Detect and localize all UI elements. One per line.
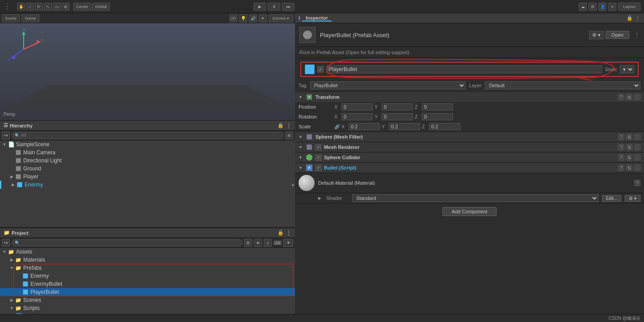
global-toggle[interactable]: Global <box>92 3 110 11</box>
tool-transform[interactable]: ⊕ <box>62 3 70 11</box>
project-enermy-prefab[interactable]: Enermy <box>0 272 295 280</box>
rotation-y-input[interactable] <box>382 113 413 120</box>
project-icon-search[interactable]: ⊞ <box>244 239 252 247</box>
hierarchy-filter-btn[interactable]: ⊞ <box>285 131 293 140</box>
hierarchy-add-btn[interactable]: +▾ <box>2 131 10 140</box>
rotation-x-input[interactable] <box>341 113 373 120</box>
sphere-collider-expand[interactable]: ▼ <box>299 155 303 160</box>
gameobject-active-checkbox[interactable]: ✓ <box>317 66 324 72</box>
scene-gizmos-toggle[interactable]: Gizmos ▾ <box>269 14 293 22</box>
scene-menu[interactable]: ⋮ <box>291 142 295 147</box>
scene-2d-toggle[interactable]: 2D <box>229 14 237 22</box>
game-tab[interactable]: Game <box>21 14 39 22</box>
transform-menu-btn[interactable]: ⋮ <box>634 94 640 100</box>
hierarchy-item-player[interactable]: ▶ Player <box>0 173 295 181</box>
project-playerbullet-prefab[interactable]: PlayerBullet <box>0 288 295 296</box>
sphere-collider-settings-btn[interactable]: ⇅ <box>626 154 632 161</box>
hierarchy-menu-btn[interactable]: ⋮ <box>286 122 291 129</box>
preset-button[interactable]: ⚙ ▾ <box>589 31 604 39</box>
shader-dropdown[interactable]: Standard <box>352 194 598 202</box>
services-button[interactable]: ⚙ <box>589 3 597 11</box>
scene-audio-toggle[interactable]: 🔊 <box>249 14 257 22</box>
inspector-lock-btn[interactable]: 🔒 <box>627 15 633 21</box>
play-button[interactable]: ▶ <box>253 3 266 11</box>
transform-help-btn[interactable]: ? <box>618 94 624 100</box>
mesh-renderer-checkbox[interactable]: ✓ <box>316 144 321 150</box>
prefab-menu-btn[interactable]: ⋮ <box>634 31 640 38</box>
hierarchy-item-maincamera[interactable]: Main Camera <box>0 148 295 157</box>
tag-dropdown[interactable]: PlayrBullet <box>310 81 466 89</box>
scale-lock-icon[interactable]: 🔗 <box>334 124 341 129</box>
project-materials[interactable]: ▶ 📁 Materials <box>0 256 295 264</box>
project-search[interactable]: 🔍 <box>12 239 242 246</box>
enermy-expand-arrow[interactable]: ▶ <box>292 182 295 187</box>
scene-lighting-toggle[interactable]: 💡 <box>239 14 247 22</box>
bullet-script-menu-btn[interactable]: ⋮ <box>634 165 640 171</box>
hierarchy-lock-btn[interactable]: 🔒 <box>278 123 284 128</box>
mesh-renderer-help-btn[interactable]: ? <box>618 144 624 150</box>
position-x-input[interactable] <box>341 103 373 110</box>
open-button[interactable]: Open <box>606 31 629 39</box>
mesh-filter-help-btn[interactable]: ? <box>618 134 624 140</box>
transform-expand-arrow[interactable]: ▼ <box>299 95 303 99</box>
shader-edit-btn[interactable]: Edit... <box>602 195 622 202</box>
bullet-script-checkbox[interactable]: ✓ <box>316 165 321 171</box>
project-add-btn[interactable]: +▾ <box>2 239 10 247</box>
project-favorites[interactable]: ★ <box>254 239 262 247</box>
project-eye[interactable]: 👁 <box>283 239 293 247</box>
mesh-filter-expand[interactable]: ▼ <box>299 135 303 139</box>
shader-expand[interactable]: ▶ <box>318 196 323 200</box>
gameobject-name-input[interactable] <box>326 65 602 73</box>
hierarchy-search[interactable]: 🔍 All <box>12 132 283 139</box>
sphere-collider-help-btn[interactable]: ? <box>618 154 624 161</box>
scale-z-input[interactable] <box>429 123 460 130</box>
hierarchy-item-enermy[interactable]: ▶ Enermy ▶ <box>0 181 295 189</box>
scale-x-input[interactable] <box>349 123 380 130</box>
position-y-input[interactable] <box>382 103 413 110</box>
shader-preset-btn[interactable]: ⚙ ▾ <box>625 195 640 202</box>
project-lock-btn[interactable]: 🔒 <box>278 230 284 236</box>
collab-button[interactable]: ☁ <box>579 3 587 11</box>
mesh-renderer-menu-btn[interactable]: ⋮ <box>634 144 640 150</box>
tool-rect[interactable]: ▭ <box>53 3 61 11</box>
hierarchy-item-samplescene[interactable]: ▼ 📄 SampleScene ⋮ <box>0 140 295 148</box>
tool-hand[interactable]: ✋ <box>17 3 25 11</box>
inspector-menu-btn[interactable]: ⋮ <box>635 15 640 22</box>
scene-viewport[interactable]: Y X Z Persp <box>0 23 295 120</box>
scene-tab[interactable]: Scene <box>2 14 20 22</box>
layout-button[interactable]: Layout <box>618 3 640 11</box>
sphere-collider-checkbox[interactable]: ✓ <box>316 155 321 161</box>
tool-move[interactable]: ↔ <box>26 3 34 11</box>
mesh-renderer-settings-btn[interactable]: ⇅ <box>626 144 632 150</box>
sphere-collider-menu-btn[interactable]: ⋮ <box>634 154 640 161</box>
pivot-toggle[interactable]: Center <box>73 3 91 11</box>
mesh-filter-menu-btn[interactable]: ⋮ <box>634 134 640 140</box>
inspector-tab[interactable]: Inspector <box>302 15 332 21</box>
step-button[interactable]: ⏭ <box>282 3 295 11</box>
tool-rotate[interactable]: ↻ <box>35 3 43 11</box>
add-component-button[interactable]: Add Component <box>442 207 497 216</box>
project-scenes[interactable]: ▶ 📁 Scenes <box>0 296 295 304</box>
pause-button[interactable]: ⏸ <box>268 3 280 11</box>
project-prefabs[interactable]: ▼ 📁 Prefabs <box>0 264 295 272</box>
position-z-input[interactable] <box>422 103 453 110</box>
project-warning[interactable]: ⚠ <box>264 239 272 247</box>
project-enemybullet-prefab[interactable]: EnermyBullet <box>0 280 295 288</box>
mesh-renderer-expand[interactable]: ▼ <box>299 145 303 149</box>
scale-y-input[interactable] <box>389 123 420 130</box>
layer-dropdown[interactable]: Default <box>485 81 640 89</box>
account-button[interactable]: 👤 <box>598 3 606 11</box>
app-menu-dots[interactable]: ⋮ <box>4 2 11 11</box>
bullet-script-help-btn[interactable]: ? <box>618 165 624 171</box>
mesh-filter-settings-btn[interactable]: ⇅ <box>626 134 632 140</box>
material-help-btn[interactable]: ? <box>634 180 640 186</box>
hierarchy-item-light[interactable]: Directional Light <box>0 157 295 165</box>
rotation-z-input[interactable] <box>422 113 453 120</box>
project-assets-root[interactable]: ▼ 📁 Assets <box>0 248 295 256</box>
project-scripts[interactable]: ▼ 📁 Scripts <box>0 304 295 312</box>
scene-fx-toggle[interactable]: ✦ <box>259 14 267 22</box>
bullet-script-expand[interactable]: ▼ <box>299 165 303 170</box>
hierarchy-item-ground[interactable]: Ground <box>0 165 295 173</box>
layers-button[interactable]: ≡ <box>608 3 616 11</box>
transform-settings-btn[interactable]: ⇅ <box>626 94 632 100</box>
